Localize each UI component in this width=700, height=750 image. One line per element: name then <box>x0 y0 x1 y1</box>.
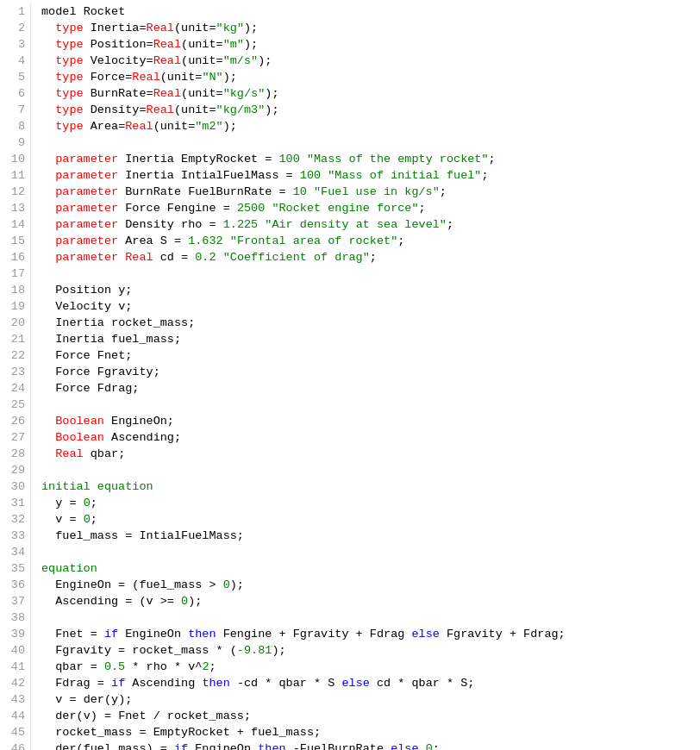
line-23: Force Fgravity; <box>41 364 697 380</box>
line-15: parameter Area S = 1.632 "Frontal area o… <box>41 233 697 249</box>
line-31: y = 0; <box>41 495 697 511</box>
line-9 <box>41 134 697 151</box>
line-14: parameter Density rho = 1.225 "Air densi… <box>41 216 697 233</box>
line-45: rocket_mass = EmptyRocket + fuel_mass; <box>41 724 697 741</box>
line-37: Ascending = (v >= 0); <box>41 593 697 609</box>
line-4: type Velocity=Real(unit="m/s"); <box>41 53 697 69</box>
line-33: fuel_mass = IntialFuelMass; <box>41 528 697 544</box>
line-30: initial equation <box>41 478 697 495</box>
line-43: v = der(y); <box>41 691 697 708</box>
line-5: type Force=Real(unit="N"); <box>41 69 697 85</box>
line-27: Boolean Ascending; <box>41 429 697 446</box>
line-19: Velocity v; <box>41 298 697 315</box>
line-13: parameter Force Fengine = 2500 "Rocket e… <box>41 200 697 216</box>
line-46: der(fuel_mass) = if EngineOn then -FuelB… <box>41 741 697 750</box>
line-10: parameter Inertia EmptyRocket = 100 "Mas… <box>41 151 697 167</box>
line-2: type Inertia=Real(unit="kg"); <box>41 20 697 36</box>
line-35: equation <box>41 560 697 577</box>
line-21: Inertia fuel_mass; <box>41 331 697 347</box>
line-41: qbar = 0.5 * rho * v^2; <box>41 659 697 675</box>
line-7: type Density=Real(unit="kg/m3"); <box>41 102 697 118</box>
line-6: type BurnRate=Real(unit="kg/s"); <box>41 85 697 102</box>
line-3: type Position=Real(unit="m"); <box>41 36 697 53</box>
line-22: Force Fnet; <box>41 347 697 364</box>
code-editor: 1 2 3 4 5 6 7 8 9 10 11 12 13 14 15 16 1… <box>0 0 700 750</box>
line-17 <box>41 266 697 282</box>
line-18: Position y; <box>41 282 697 298</box>
line-8: type Area=Real(unit="m2"); <box>41 118 697 134</box>
line-16: parameter Real cd = 0.2 "Coefficient of … <box>41 249 697 266</box>
line-28: Real qbar; <box>41 446 697 462</box>
line-44: der(v) = Fnet / rocket_mass; <box>41 708 697 724</box>
line-11: parameter Inertia IntialFuelMass = 100 "… <box>41 167 697 184</box>
line-24: Force Fdrag; <box>41 380 697 397</box>
line-40: Fgravity = rocket_mass * (-9.81); <box>41 642 697 659</box>
line-32: v = 0; <box>41 511 697 528</box>
line-12: parameter BurnRate FuelBurnRate = 10 "Fu… <box>41 184 697 200</box>
line-numbers: 1 2 3 4 5 6 7 8 9 10 11 12 13 14 15 16 1… <box>0 3 31 750</box>
line-25 <box>41 397 697 413</box>
line-34 <box>41 544 697 560</box>
line-42: Fdrag = if Ascending then -cd * qbar * S… <box>41 675 697 691</box>
code-content: model Rocket type Inertia=Real(unit="kg"… <box>38 3 700 750</box>
line-20: Inertia rocket_mass; <box>41 315 697 331</box>
line-26: Boolean EngineOn; <box>41 413 697 429</box>
line-39: Fnet = if EngineOn then Fengine + Fgravi… <box>41 626 697 642</box>
line-36: EngineOn = (fuel_mass > 0); <box>41 577 697 593</box>
line-38 <box>41 609 697 626</box>
line-1: model Rocket <box>41 3 697 20</box>
line-29 <box>41 462 697 478</box>
